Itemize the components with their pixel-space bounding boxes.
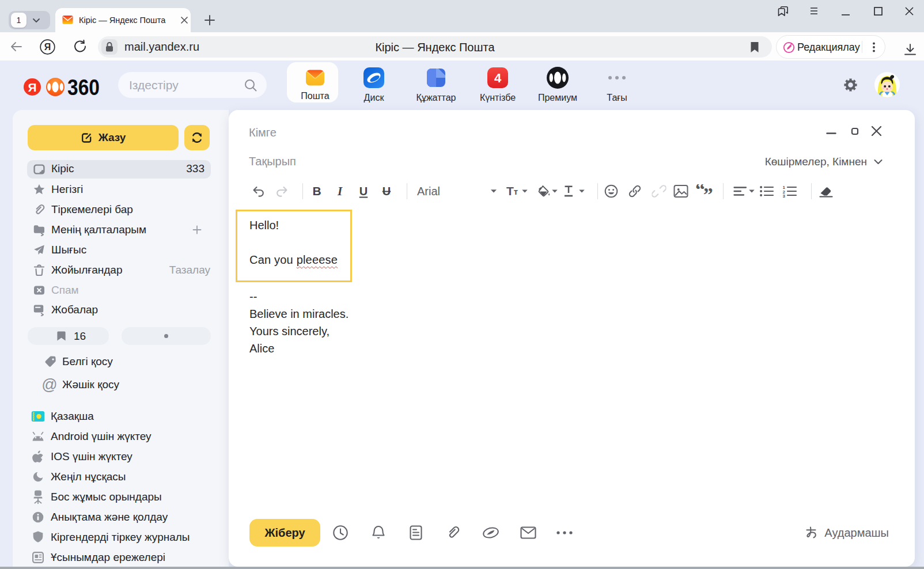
svg-text:Я: Я	[44, 42, 51, 52]
svg-text:Я: Я	[28, 81, 36, 94]
svg-text:360: 360	[67, 75, 100, 98]
svg-text:4: 4	[494, 71, 502, 85]
svg-text:3: 3	[783, 194, 786, 198]
svg-text:„: „	[703, 184, 713, 195]
